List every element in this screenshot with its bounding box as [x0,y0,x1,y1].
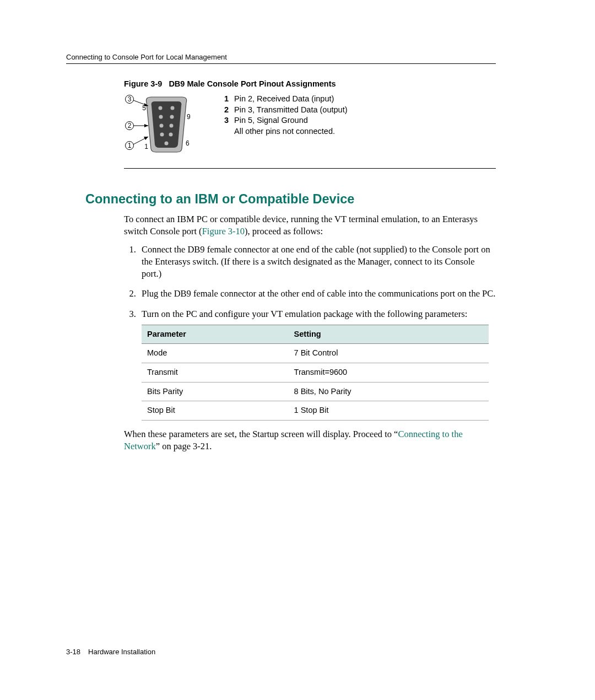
svg-point-2 [159,115,163,119]
legend-text: All other pins not connected. [234,126,335,137]
page-footer: 3-18Hardware Installation [66,648,155,656]
svg-point-7 [169,133,173,137]
legend-text: Pin 5, Signal Ground [234,115,308,126]
intro-paragraph: To connect an IBM PC or compatible devic… [124,213,496,238]
figure-label: Figure 3-9 [124,79,162,88]
svg-text:1: 1 [144,143,148,150]
legend-text: Pin 2, Received Data (input) [234,94,334,105]
svg-point-4 [160,124,164,128]
db9-connector-diagram: 3 2 1 5 9 1 6 [124,94,196,156]
parameters-table: Parameter Setting Mode7 Bit Control Tran… [142,325,489,421]
table-row: TransmitTransmit=9600 [142,363,489,382]
svg-text:6: 6 [186,139,190,147]
table-row: Stop Bit1 Stop Bit [142,401,489,421]
page-number: 3-18 [66,648,80,656]
svg-point-1 [171,106,175,110]
running-header: Connecting to Console Port for Local Man… [66,53,496,64]
svg-point-5 [170,124,174,128]
svg-point-3 [170,115,174,119]
procedure-step: Plug the DB9 female connector at the oth… [138,288,496,300]
svg-text:1: 1 [128,142,132,149]
legend-num: 1 [218,94,229,105]
legend-num [218,126,229,137]
svg-text:2: 2 [128,122,132,130]
figure-title: DB9 Male Console Port Pinout Assignments [169,79,336,88]
table-row: Bits Parity8 Bits, No Parity [142,382,489,401]
trailing-paragraph: When these parameters are set, the Start… [124,428,496,453]
svg-point-0 [159,106,163,110]
table-row: Mode7 Bit Control [142,344,489,363]
procedure-step: Turn on the PC and configure your VT emu… [138,308,496,421]
svg-marker-16 [144,124,148,127]
figure-caption: Figure 3-9 DB9 Male Console Port Pinout … [124,79,496,88]
svg-text:5: 5 [142,104,146,112]
svg-text:9: 9 [187,113,191,121]
figure-link[interactable]: Figure 3-10 [202,226,245,236]
section-heading: Connecting to an IBM or Compatible Devic… [85,192,496,207]
procedure-step: Connect the DB9 female connector at one … [138,244,496,281]
legend-text: Pin 3, Transmitted Data (output) [234,105,348,116]
svg-point-6 [160,133,164,137]
svg-text:3: 3 [128,95,132,103]
svg-point-8 [165,142,169,146]
table-header: Setting [289,325,489,344]
legend-num: 2 [218,105,229,116]
figure-legend: 1Pin 2, Received Data (input) 2Pin 3, Tr… [218,94,348,137]
procedure-list: Connect the DB9 female connector at one … [124,244,496,421]
section-divider [124,168,496,169]
table-header: Parameter [142,325,289,344]
legend-num: 3 [218,115,229,126]
chapter-title: Hardware Installation [88,648,155,656]
